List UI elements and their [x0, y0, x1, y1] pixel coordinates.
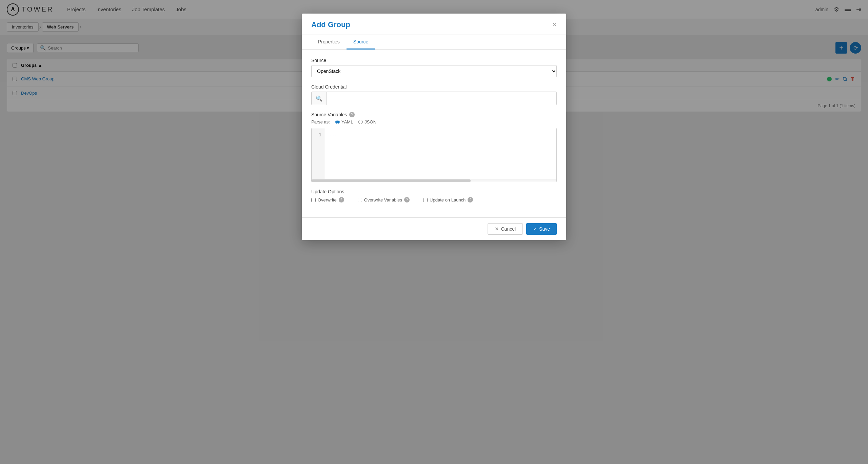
credential-search-icon: 🔍 — [312, 92, 327, 105]
cloud-credential-group: Cloud Credential 🔍 — [311, 84, 557, 105]
source-variables-group: Source Variables ? Parse as: YAML JSON — [311, 112, 557, 182]
modal-overlay: Add Group × Properties Source Source (No… — [0, 0, 868, 464]
line-numbers: 1 — [312, 128, 325, 179]
source-field-group: Source (None) Amazon EC2 Google Compute … — [311, 58, 557, 77]
source-variables-label: Source Variables ? — [311, 112, 557, 117]
modal-header: Add Group × — [302, 14, 566, 35]
add-group-modal: Add Group × Properties Source Source (No… — [302, 14, 566, 240]
editor-scrollbar — [312, 179, 556, 182]
cloud-credential-search: 🔍 — [311, 92, 557, 105]
modal-title: Add Group — [311, 20, 350, 29]
editor-scrollbar-inner — [312, 179, 471, 182]
code-editor: 1 --- — [311, 128, 557, 182]
source-select[interactable]: (None) Amazon EC2 Google Compute Engine … — [311, 65, 557, 77]
source-variables-editor[interactable]: --- — [325, 128, 556, 179]
overwrite-vars-option[interactable]: Overwrite Variables ? — [358, 197, 410, 202]
overwrite-checkbox[interactable] — [311, 198, 316, 202]
modal-footer: ✕ Cancel ✓ Save — [302, 217, 566, 240]
update-on-launch-checkbox[interactable] — [423, 198, 428, 202]
parse-json-option[interactable]: JSON — [358, 119, 376, 124]
overwrite-vars-checkbox[interactable] — [358, 198, 362, 202]
parse-json-radio[interactable] — [358, 120, 363, 124]
parse-yaml-radio[interactable] — [335, 120, 340, 124]
overwrite-help-icon: ? — [339, 197, 344, 202]
update-on-launch-option[interactable]: Update on Launch ? — [423, 197, 473, 202]
tab-source[interactable]: Source — [347, 35, 375, 50]
cloud-credential-input[interactable] — [327, 92, 556, 105]
parse-as-row: Parse as: YAML JSON — [311, 119, 557, 124]
editor-area: 1 --- — [312, 128, 556, 179]
overwrite-option[interactable]: Overwrite ? — [311, 197, 344, 202]
modal-body: Source (None) Amazon EC2 Google Compute … — [302, 50, 566, 217]
save-button[interactable]: ✓ Save — [526, 223, 557, 235]
tab-properties[interactable]: Properties — [311, 35, 347, 50]
source-label: Source — [311, 58, 557, 63]
update-options-group: Update Options Overwrite ? Overwrite Var… — [311, 189, 557, 202]
parse-as-label: Parse as: — [311, 119, 330, 124]
update-options-row: Overwrite ? Overwrite Variables ? Update… — [311, 197, 557, 202]
overwrite-vars-help-icon: ? — [404, 197, 410, 202]
parse-yaml-option[interactable]: YAML — [335, 119, 353, 124]
cancel-icon: ✕ — [495, 226, 499, 232]
update-options-label: Update Options — [311, 189, 557, 194]
cloud-credential-label: Cloud Credential — [311, 84, 557, 90]
save-checkmark-icon: ✓ — [533, 226, 537, 232]
cancel-button[interactable]: ✕ Cancel — [488, 223, 523, 235]
modal-close-button[interactable]: × — [552, 21, 557, 28]
modal-tabs: Properties Source — [302, 35, 566, 50]
source-variables-help-icon: ? — [349, 112, 355, 117]
update-on-launch-help-icon: ? — [468, 197, 473, 202]
